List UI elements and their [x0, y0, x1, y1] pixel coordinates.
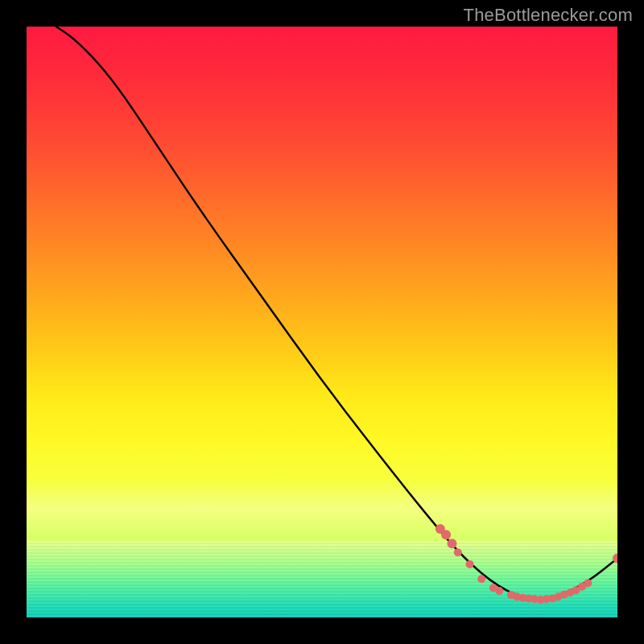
curve-marker — [477, 575, 485, 583]
bottleneck-curve — [56, 27, 617, 598]
curve-marker — [466, 560, 474, 568]
watermark-text: TheBottleneсker.com — [464, 5, 633, 26]
curve-marker — [495, 587, 503, 595]
curve-marker — [448, 539, 457, 548]
chart-overlay — [27, 27, 617, 617]
curve-marker — [584, 579, 592, 587]
curve-markers — [436, 524, 617, 604]
curve-marker — [441, 530, 451, 539]
chart-stage: TheBottleneсker.com — [0, 0, 644, 644]
curve-marker — [454, 548, 462, 556]
plot-area — [27, 27, 617, 617]
